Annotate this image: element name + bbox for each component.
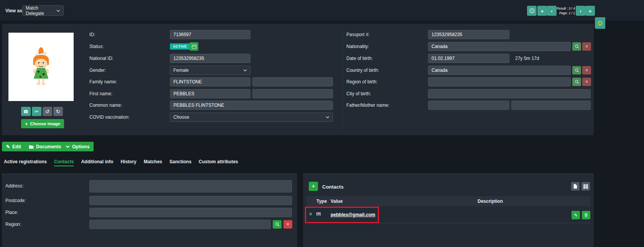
settings-gear-button[interactable] bbox=[595, 17, 605, 29]
address-label: Address: bbox=[5, 183, 23, 189]
address-panel: Address: Postcode: Place: Region: × bbox=[2, 174, 297, 247]
field-row-postcode: Postcode: bbox=[2, 196, 297, 205]
export-file-button[interactable] bbox=[571, 182, 580, 191]
region-clear-button[interactable]: × bbox=[283, 220, 292, 229]
drag-handle-icon[interactable]: ≡ bbox=[309, 211, 312, 217]
edit-label: Edit bbox=[12, 144, 21, 149]
column-header-value: Value bbox=[331, 199, 343, 204]
pencil-icon: ✎ bbox=[6, 144, 10, 149]
clear-icon: × bbox=[585, 79, 588, 85]
contact-email-link[interactable]: pebbles@gmail.com bbox=[331, 212, 375, 217]
tab-additional-info[interactable]: Additional info bbox=[81, 159, 113, 166]
choose-image-label: Choose image bbox=[30, 121, 60, 126]
mother-name-input[interactable] bbox=[511, 101, 591, 110]
date-of-birth-input[interactable] bbox=[428, 54, 509, 63]
covid-vaccination-label: COVID vaccination: bbox=[89, 114, 130, 120]
postcode-input[interactable] bbox=[89, 196, 292, 205]
column-header-type: Type bbox=[316, 199, 327, 204]
country-of-birth-search-button[interactable] bbox=[572, 66, 581, 75]
field-row-region: Region: × bbox=[2, 220, 297, 229]
passport-input[interactable] bbox=[428, 30, 509, 39]
column-header-description: Description bbox=[478, 199, 503, 204]
result-count: Result : 3 / 4 bbox=[557, 7, 575, 11]
clear-icon: × bbox=[585, 44, 588, 49]
field-row-passport: Passport #: bbox=[2, 30, 594, 39]
tab-matches[interactable]: Matches bbox=[144, 159, 162, 166]
contacts-title: Contacts bbox=[322, 184, 344, 190]
edit-button[interactable]: ✎ Edit bbox=[2, 142, 25, 151]
add-contact-button[interactable]: + bbox=[309, 182, 318, 191]
field-row-region-of-birth: Region of birth: × bbox=[2, 77, 594, 86]
field-row-place: Place: bbox=[2, 208, 297, 217]
address-input[interactable] bbox=[89, 180, 292, 192]
options-label: Options bbox=[72, 144, 89, 149]
documents-label: Documents bbox=[36, 144, 61, 149]
options-button[interactable]: Options bbox=[61, 142, 94, 151]
tab-bar: Active registrations Contacts Additional… bbox=[4, 157, 238, 168]
nationality-clear-button[interactable]: × bbox=[582, 42, 591, 51]
edit-contact-button[interactable]: ✎ bbox=[572, 211, 580, 219]
field-row-city-of-birth: City of birth: bbox=[2, 89, 594, 98]
country-of-birth-clear-button[interactable]: × bbox=[582, 66, 591, 75]
delete-contact-button[interactable] bbox=[582, 211, 590, 219]
country-of-birth-input[interactable] bbox=[428, 66, 571, 75]
table-view-button[interactable] bbox=[581, 182, 590, 191]
tab-custom-attributes[interactable]: Custom attributes bbox=[199, 159, 238, 166]
view-as-label: View as: bbox=[5, 8, 24, 13]
search-icon bbox=[575, 68, 579, 73]
field-row-date-of-birth: Date of birth: 27y 5m 17d bbox=[2, 54, 594, 63]
email-type-icon: ✉ bbox=[316, 211, 321, 217]
view-as-select[interactable]: Match Delegate bbox=[22, 5, 64, 16]
place-label: Place: bbox=[5, 210, 18, 215]
contacts-panel: + Contacts Type Value Description ≡ ✉ pe… bbox=[303, 174, 594, 247]
passport-label: Passport #: bbox=[346, 32, 370, 37]
age-text: 27y 5m 17d bbox=[515, 56, 539, 61]
region-of-birth-label: Region of birth: bbox=[346, 79, 377, 85]
city-of-birth-input[interactable] bbox=[428, 89, 591, 98]
region-input[interactable] bbox=[89, 220, 271, 229]
postcode-label: Postcode: bbox=[5, 198, 26, 203]
father-name-input[interactable] bbox=[428, 101, 509, 110]
clear-icon: × bbox=[585, 68, 588, 73]
table-icon bbox=[583, 184, 588, 189]
next-result-button[interactable]: › bbox=[576, 6, 585, 16]
covid-vaccination-value: Choose bbox=[173, 114, 189, 120]
previous-result-button[interactable]: ‹ bbox=[547, 6, 557, 16]
contacts-table-header bbox=[306, 196, 591, 206]
gear-icon bbox=[597, 20, 603, 27]
pencil-icon: ✎ bbox=[574, 213, 577, 218]
trash-icon bbox=[584, 213, 588, 217]
region-of-birth-input[interactable] bbox=[428, 77, 571, 86]
tab-sanctions[interactable]: Sanctions bbox=[170, 159, 191, 166]
region-label: Region: bbox=[5, 222, 21, 227]
next-icon: › bbox=[580, 8, 581, 14]
last-result-button[interactable]: » bbox=[585, 6, 595, 16]
info-button[interactable] bbox=[527, 6, 537, 16]
tab-history[interactable]: History bbox=[120, 159, 136, 166]
nationality-input[interactable] bbox=[428, 42, 571, 51]
region-of-birth-clear-button[interactable]: × bbox=[582, 78, 591, 86]
folder-icon bbox=[29, 144, 34, 149]
result-counter: Result : 3 / 4 Page: 1 / 1 bbox=[557, 7, 575, 16]
chevron-down-icon bbox=[56, 10, 60, 12]
field-row-covid: COVID vaccination: Choose bbox=[2, 113, 594, 122]
region-search-button[interactable] bbox=[273, 220, 282, 229]
region-of-birth-search-button[interactable] bbox=[572, 78, 581, 86]
documents-button[interactable]: Documents bbox=[25, 142, 65, 151]
nationality-search-button[interactable] bbox=[572, 42, 581, 51]
plus-icon: + bbox=[311, 183, 315, 190]
clear-icon: × bbox=[287, 222, 289, 227]
covid-vaccination-select[interactable]: Choose bbox=[170, 113, 333, 122]
topbar: View as: Match Delegate « ‹ Result : 3 /… bbox=[0, 0, 644, 21]
first-icon: « bbox=[541, 8, 544, 14]
tab-active-registrations[interactable]: Active registrations bbox=[4, 159, 47, 166]
file-icon bbox=[573, 184, 577, 189]
tab-contacts[interactable]: Contacts bbox=[54, 159, 74, 166]
profile-panel: ✂ ↺ ↻ + Choose image ID: Status: ACTIVE … bbox=[2, 24, 594, 135]
field-row-address: Address: bbox=[2, 180, 297, 189]
first-result-button[interactable]: « bbox=[537, 6, 547, 16]
field-row-nationality: Nationality: × bbox=[2, 42, 594, 51]
country-of-birth-label: Country of birth: bbox=[346, 68, 379, 73]
view-as-value: Match Delegate bbox=[26, 5, 56, 16]
place-input[interactable] bbox=[89, 208, 292, 217]
